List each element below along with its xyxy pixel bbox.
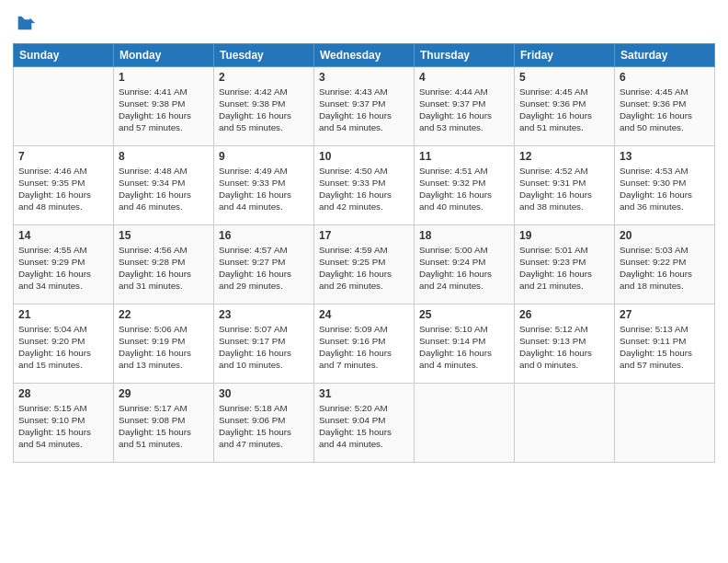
calendar-cell: 5Sunrise: 4:45 AM Sunset: 9:36 PM Daylig…: [515, 66, 615, 145]
weekday-header-saturday: Saturday: [615, 43, 715, 66]
calendar-week-row: 14Sunrise: 4:55 AM Sunset: 9:29 PM Dayli…: [14, 224, 715, 304]
day-info: Sunrise: 4:52 AM Sunset: 9:31 PM Dayligh…: [519, 165, 609, 213]
day-number: 19: [519, 229, 609, 242]
day-info: Sunrise: 5:09 AM Sunset: 9:16 PM Dayligh…: [319, 323, 409, 372]
logo: [13, 13, 35, 38]
calendar-week-row: 1Sunrise: 4:41 AM Sunset: 9:38 PM Daylig…: [14, 66, 715, 145]
calendar-cell: [14, 66, 114, 145]
day-info: Sunrise: 5:06 AM Sunset: 9:19 PM Dayligh…: [119, 323, 209, 372]
calendar-cell: 23Sunrise: 5:07 AM Sunset: 9:17 PM Dayli…: [214, 304, 314, 383]
calendar-cell: 21Sunrise: 5:04 AM Sunset: 9:20 PM Dayli…: [14, 304, 114, 383]
day-number: 18: [419, 229, 509, 242]
day-number: 3: [319, 71, 409, 84]
day-info: Sunrise: 4:51 AM Sunset: 9:32 PM Dayligh…: [419, 165, 509, 213]
day-info: Sunrise: 5:03 AM Sunset: 9:22 PM Dayligh…: [620, 244, 710, 293]
weekday-header-wednesday: Wednesday: [314, 43, 415, 66]
calendar-page: SundayMondayTuesdayWednesdayThursdayFrid…: [0, 0, 728, 563]
day-info: Sunrise: 5:00 AM Sunset: 9:24 PM Dayligh…: [419, 244, 509, 293]
calendar-cell: 20Sunrise: 5:03 AM Sunset: 9:22 PM Dayli…: [615, 224, 715, 304]
day-number: 6: [620, 71, 710, 84]
day-info: Sunrise: 5:17 AM Sunset: 9:08 PM Dayligh…: [119, 402, 209, 451]
day-info: Sunrise: 5:01 AM Sunset: 9:23 PM Dayligh…: [519, 244, 609, 293]
svg-marker-1: [30, 18, 36, 24]
day-number: 11: [419, 150, 509, 163]
day-info: Sunrise: 5:04 AM Sunset: 9:20 PM Dayligh…: [18, 323, 108, 372]
day-number: 1: [119, 71, 209, 84]
calendar-cell: 9Sunrise: 4:49 AM Sunset: 9:33 PM Daylig…: [214, 145, 314, 224]
weekday-header-thursday: Thursday: [415, 43, 515, 66]
day-number: 22: [119, 308, 209, 321]
day-number: 14: [18, 229, 108, 242]
day-info: Sunrise: 4:49 AM Sunset: 9:33 PM Dayligh…: [219, 165, 309, 213]
day-number: 10: [319, 150, 409, 163]
calendar-cell: 30Sunrise: 5:18 AM Sunset: 9:06 PM Dayli…: [214, 383, 314, 462]
weekday-header-friday: Friday: [515, 43, 615, 66]
day-number: 12: [519, 150, 609, 163]
calendar-cell: 1Sunrise: 4:41 AM Sunset: 9:38 PM Daylig…: [114, 66, 214, 145]
day-number: 30: [219, 387, 309, 400]
calendar-cell: 26Sunrise: 5:12 AM Sunset: 9:13 PM Dayli…: [515, 304, 615, 383]
calendar-cell: 3Sunrise: 4:43 AM Sunset: 9:37 PM Daylig…: [314, 66, 415, 145]
day-number: 9: [219, 150, 309, 163]
calendar-cell: 27Sunrise: 5:13 AM Sunset: 9:11 PM Dayli…: [615, 304, 715, 383]
calendar-cell: 8Sunrise: 4:48 AM Sunset: 9:34 PM Daylig…: [114, 145, 214, 224]
day-number: 28: [18, 387, 108, 400]
day-info: Sunrise: 4:55 AM Sunset: 9:29 PM Dayligh…: [18, 244, 108, 293]
calendar-cell: [415, 383, 515, 462]
day-info: Sunrise: 4:56 AM Sunset: 9:28 PM Dayligh…: [119, 244, 209, 293]
weekday-header-monday: Monday: [114, 43, 214, 66]
day-number: 7: [18, 150, 108, 163]
logo-text-block: [13, 13, 35, 38]
weekday-header-tuesday: Tuesday: [214, 43, 314, 66]
day-info: Sunrise: 5:18 AM Sunset: 9:06 PM Dayligh…: [219, 402, 309, 451]
calendar-cell: 14Sunrise: 4:55 AM Sunset: 9:29 PM Dayli…: [14, 224, 114, 304]
day-number: 4: [419, 71, 509, 84]
day-number: 24: [319, 308, 409, 321]
calendar-cell: 15Sunrise: 4:56 AM Sunset: 9:28 PM Dayli…: [114, 224, 214, 304]
day-number: 26: [519, 308, 609, 321]
calendar-week-row: 28Sunrise: 5:15 AM Sunset: 9:10 PM Dayli…: [14, 383, 715, 462]
calendar-cell: 7Sunrise: 4:46 AM Sunset: 9:35 PM Daylig…: [14, 145, 114, 224]
day-info: Sunrise: 4:43 AM Sunset: 9:37 PM Dayligh…: [319, 86, 409, 134]
day-info: Sunrise: 4:59 AM Sunset: 9:25 PM Dayligh…: [319, 244, 409, 293]
calendar-cell: 19Sunrise: 5:01 AM Sunset: 9:23 PM Dayli…: [515, 224, 615, 304]
day-number: 21: [18, 308, 108, 321]
day-number: 5: [519, 71, 609, 84]
day-info: Sunrise: 5:15 AM Sunset: 9:10 PM Dayligh…: [18, 402, 108, 451]
calendar-cell: 28Sunrise: 5:15 AM Sunset: 9:10 PM Dayli…: [14, 383, 114, 462]
calendar-cell: 16Sunrise: 4:57 AM Sunset: 9:27 PM Dayli…: [214, 224, 314, 304]
calendar-cell: 12Sunrise: 4:52 AM Sunset: 9:31 PM Dayli…: [515, 145, 615, 224]
day-number: 25: [419, 308, 509, 321]
calendar-cell: 11Sunrise: 4:51 AM Sunset: 9:32 PM Dayli…: [415, 145, 515, 224]
calendar-cell: 2Sunrise: 4:42 AM Sunset: 9:38 PM Daylig…: [214, 66, 314, 145]
calendar-cell: 6Sunrise: 4:45 AM Sunset: 9:36 PM Daylig…: [615, 66, 715, 145]
svg-marker-0: [18, 17, 32, 30]
day-info: Sunrise: 4:42 AM Sunset: 9:38 PM Dayligh…: [219, 86, 309, 134]
day-number: 13: [620, 150, 710, 163]
day-info: Sunrise: 4:48 AM Sunset: 9:34 PM Dayligh…: [119, 165, 209, 213]
calendar-cell: 10Sunrise: 4:50 AM Sunset: 9:33 PM Dayli…: [314, 145, 415, 224]
calendar-cell: 29Sunrise: 5:17 AM Sunset: 9:08 PM Dayli…: [114, 383, 214, 462]
day-info: Sunrise: 5:10 AM Sunset: 9:14 PM Dayligh…: [419, 323, 509, 372]
day-number: 2: [219, 71, 309, 84]
header: [13, 9, 715, 38]
logo-icon: [15, 13, 35, 33]
day-info: Sunrise: 5:07 AM Sunset: 9:17 PM Dayligh…: [219, 323, 309, 372]
day-info: Sunrise: 4:53 AM Sunset: 9:30 PM Dayligh…: [620, 165, 710, 213]
day-info: Sunrise: 4:57 AM Sunset: 9:27 PM Dayligh…: [219, 244, 309, 293]
day-number: 31: [319, 387, 409, 400]
day-number: 20: [620, 229, 710, 242]
calendar-cell: 4Sunrise: 4:44 AM Sunset: 9:37 PM Daylig…: [415, 66, 515, 145]
calendar-cell: 25Sunrise: 5:10 AM Sunset: 9:14 PM Dayli…: [415, 304, 515, 383]
calendar-week-row: 21Sunrise: 5:04 AM Sunset: 9:20 PM Dayli…: [14, 304, 715, 383]
day-info: Sunrise: 4:45 AM Sunset: 9:36 PM Dayligh…: [519, 86, 609, 134]
weekday-header-row: SundayMondayTuesdayWednesdayThursdayFrid…: [14, 43, 715, 66]
day-number: 8: [119, 150, 209, 163]
day-info: Sunrise: 4:46 AM Sunset: 9:35 PM Dayligh…: [18, 165, 108, 213]
day-number: 29: [119, 387, 209, 400]
day-info: Sunrise: 4:41 AM Sunset: 9:38 PM Dayligh…: [119, 86, 209, 134]
calendar-cell: 22Sunrise: 5:06 AM Sunset: 9:19 PM Dayli…: [114, 304, 214, 383]
calendar-cell: 24Sunrise: 5:09 AM Sunset: 9:16 PM Dayli…: [314, 304, 415, 383]
calendar-cell: [515, 383, 615, 462]
calendar-cell: 13Sunrise: 4:53 AM Sunset: 9:30 PM Dayli…: [615, 145, 715, 224]
